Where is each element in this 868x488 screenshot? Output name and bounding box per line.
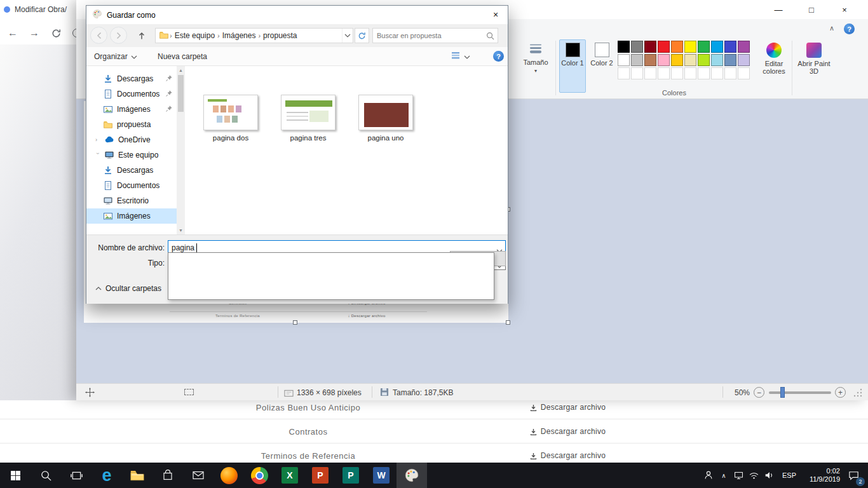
nav-forward-button[interactable] [110, 27, 127, 44]
taskbar-firefox-icon[interactable] [214, 463, 244, 488]
sidebar-item[interactable]: Documentos [86, 86, 177, 102]
taskbar-paint-icon[interactable] [397, 463, 427, 488]
palette-empty-slot[interactable] [658, 67, 670, 79]
dialog-help-icon[interactable]: ? [493, 51, 504, 62]
palette-empty-slot[interactable] [631, 67, 643, 79]
filename-autocomplete-dropdown[interactable] [168, 252, 494, 300]
palette-color[interactable] [684, 54, 696, 66]
palette-color[interactable] [644, 41, 656, 53]
download-link[interactable]: Descargar archivo [508, 419, 627, 444]
file-item[interactable]: pagina tres [281, 95, 336, 142]
palette-color[interactable] [684, 41, 696, 53]
palette-color[interactable] [724, 54, 736, 66]
palette-color[interactable] [644, 54, 656, 66]
taskbar-edge-icon[interactable]: e [92, 463, 122, 488]
sidebar-scrollbar[interactable]: ▲ ▼ [177, 66, 185, 234]
palette-color[interactable] [618, 54, 630, 66]
palette-empty-slot[interactable] [724, 67, 736, 79]
back-icon[interactable]: ← [6, 27, 19, 39]
open-paint3d-button[interactable]: Abrir Paint 3D [796, 39, 832, 93]
forward-icon[interactable]: → [28, 27, 41, 39]
action-center-icon[interactable]: 2 [841, 463, 865, 488]
sidebar-item[interactable]: › OneDrive [86, 132, 177, 147]
palette-empty-slot[interactable] [671, 67, 683, 79]
search-input[interactable] [373, 29, 498, 43]
breadcrumb-segment[interactable]: Imágenes [220, 31, 258, 40]
clock[interactable]: 0:02 11/9/2019 [801, 467, 841, 484]
palette-color[interactable] [711, 54, 723, 66]
scrollbar-thumb[interactable] [178, 75, 184, 112]
palette-empty-slot[interactable] [711, 67, 723, 79]
palette-color[interactable] [658, 41, 670, 53]
taskbar-chrome-icon[interactable] [244, 463, 275, 488]
palette-empty-slot[interactable] [618, 67, 630, 79]
reload-icon[interactable] [50, 27, 62, 39]
expander-icon[interactable]: › [95, 152, 101, 158]
palette-color[interactable] [738, 54, 750, 66]
refresh-button[interactable] [355, 28, 369, 43]
nav-up-button[interactable] [135, 29, 149, 43]
minimize-button[interactable]: — [764, 0, 793, 19]
taskbar-search-icon[interactable] [31, 463, 61, 488]
palette-color[interactable] [658, 54, 670, 66]
sidebar-item[interactable]: Imágenes [86, 102, 177, 117]
palette-color[interactable] [618, 41, 630, 53]
scroll-up-icon[interactable]: ▲ [177, 66, 185, 74]
sidebar-item[interactable]: Descargas [86, 71, 177, 86]
views-button[interactable] [451, 47, 470, 65]
breadcrumb-segment[interactable]: Este equipo [173, 31, 217, 40]
taskbar-start-button[interactable] [0, 463, 31, 488]
chevron-up-icon[interactable]: ∧ [717, 463, 731, 488]
sidebar-item[interactable]: Descargas [86, 163, 177, 178]
resize-handle-corner[interactable] [506, 320, 510, 325]
expander-icon[interactable]: › [95, 137, 100, 143]
palette-color[interactable] [738, 41, 750, 53]
network-icon[interactable] [731, 463, 746, 488]
zoom-in-button[interactable]: + [835, 387, 846, 398]
wifi-icon[interactable] [746, 463, 761, 488]
palette-color[interactable] [631, 41, 643, 53]
taskbar-store-icon[interactable] [153, 463, 183, 488]
taskbar-excel-icon[interactable]: X [275, 463, 305, 488]
sidebar-item[interactable]: Escritorio [86, 193, 177, 208]
breadcrumb[interactable]: ›Este equipo›Imágenes›propuesta [155, 28, 353, 43]
breadcrumb-dropdown-icon[interactable] [342, 29, 353, 43]
maximize-button[interactable]: □ [797, 0, 826, 19]
sidebar-item[interactable]: Documentos [86, 178, 177, 193]
palette-color[interactable] [671, 54, 683, 66]
palette-color[interactable] [711, 41, 723, 53]
organize-button[interactable]: Organizar [94, 47, 137, 65]
hide-folders-button[interactable]: Ocultar carpetas [95, 284, 161, 293]
palette-color[interactable] [724, 41, 736, 53]
file-item[interactable]: pagina uno [358, 95, 413, 142]
sidebar-item[interactable]: Imágenes [86, 208, 177, 224]
taskbar-file-explorer-icon[interactable] [122, 463, 153, 488]
palette-empty-slot[interactable] [684, 67, 696, 79]
taskbar-powerpoint-icon[interactable]: P [305, 463, 336, 488]
close-button[interactable]: × [830, 0, 859, 19]
palette-color[interactable] [698, 54, 710, 66]
zoom-slider-thumb[interactable] [780, 387, 785, 398]
taskbar-word-icon[interactable]: W [366, 463, 397, 488]
palette-color[interactable] [631, 54, 643, 66]
palette-color[interactable] [671, 41, 683, 53]
breadcrumb-segment[interactable]: propuesta [261, 31, 299, 40]
sidebar-item[interactable]: › Este equipo [86, 147, 177, 163]
palette-empty-slot[interactable] [738, 67, 750, 79]
palette-empty-slot[interactable] [698, 67, 710, 79]
taskbar-publisher-icon[interactable]: P [336, 463, 366, 488]
taskbar-task-view-icon[interactable] [61, 463, 92, 488]
language-indicator[interactable]: ESP [778, 471, 801, 479]
file-item[interactable]: pagina dos [203, 95, 258, 142]
color1-button[interactable]: Color 1 [559, 39, 586, 93]
zoom-out-button[interactable]: − [754, 387, 764, 398]
download-link[interactable]: Descargar archivo [508, 444, 627, 463]
palette-color[interactable] [698, 41, 710, 53]
people-icon[interactable] [700, 463, 717, 488]
edit-colors-button[interactable]: Editar colores [757, 39, 790, 93]
zoom-slider[interactable] [769, 391, 831, 394]
palette-empty-slot[interactable] [644, 67, 656, 79]
help-icon[interactable]: ? [844, 24, 855, 34]
color2-button[interactable]: Color 2 [588, 39, 615, 93]
sidebar-item[interactable]: propuesta [86, 117, 177, 132]
